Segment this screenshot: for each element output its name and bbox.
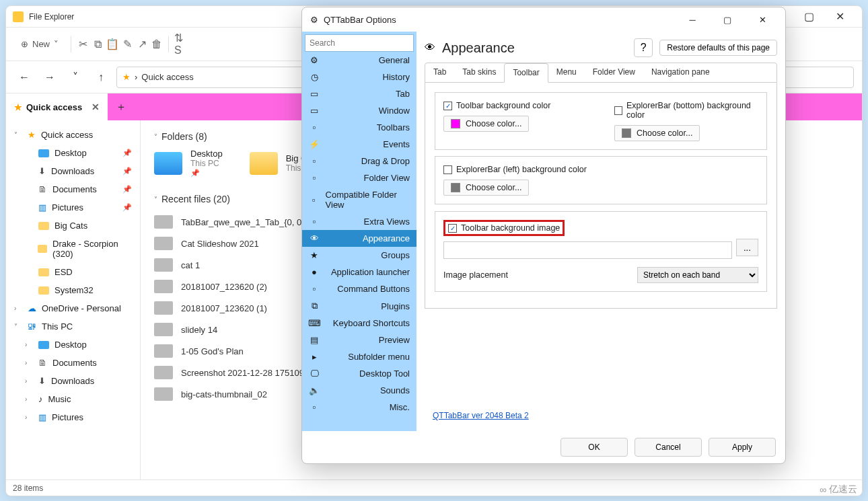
help-button[interactable]: ? [634,38,653,57]
image-placement-select[interactable]: Stretch on each band [637,267,758,283]
appearance-tabs: TabTab skinsToolbarMenuFolder ViewNaviga… [425,63,777,83]
forward-button[interactable]: → [40,67,60,87]
file-thumb [154,258,173,272]
sidebar-item[interactable]: ›🗎Documents [6,354,140,372]
category-item[interactable]: 🔈Sounds [302,382,417,399]
explorerbar-left-checkbox[interactable]: ExplorerBar (left) background color [443,165,758,174]
sidebar-item[interactable]: System32 [6,281,140,299]
rename-icon[interactable]: ✎ [121,38,133,50]
image-path-input[interactable] [443,241,732,259]
appearance-tab[interactable]: Folder View [585,63,643,82]
category-item[interactable]: ◷History [302,69,417,85]
maximize-button[interactable]: ▢ [793,7,824,27]
category-item[interactable]: ▫Compatible Folder View [302,186,417,213]
category-item[interactable]: ▫Misc. [302,399,417,416]
appearance-tab[interactable]: Tab skins [454,63,504,82]
category-item[interactable]: 👁Appearance [302,230,417,247]
grey-swatch [451,183,460,192]
appearance-tab[interactable]: Toolbar [504,63,548,83]
browse-button[interactable]: ... [736,239,758,256]
sidebar-item[interactable]: Desktop📌 [6,144,140,162]
category-item[interactable]: ▫Toolbars [302,119,417,136]
new-button[interactable]: ⊕ New ˅ [14,35,65,53]
category-item[interactable]: ▸Subfolder menu [302,348,417,365]
category-item[interactable]: ▫Extra Views [302,213,417,230]
category-item[interactable]: ▫Drag & Drop [302,153,417,169]
sidebar-item[interactable]: ▥Pictures📌 [6,198,140,217]
choose-color-button-1[interactable]: Choose color... [443,116,529,132]
folder-icon [250,152,278,175]
file-thumb [154,366,173,379]
file-thumb [154,344,173,358]
sidebar-item[interactable]: Drake - Scorpion (320) [6,235,140,263]
category-item[interactable]: ⧉Plugins [302,297,417,315]
category-item[interactable]: ⚡Events [302,136,417,153]
sidebar-item[interactable]: ESD [6,263,140,281]
restore-defaults-button[interactable]: Restore defaults of this page [659,40,777,56]
sidebar-item[interactable]: ˅★Quick access [6,126,140,144]
sidebar-item[interactable]: ›▥Pictures [6,408,140,426]
sidebar-item[interactable]: ⬇Downloads📌 [6,162,140,180]
copy-icon[interactable]: ⧉ [92,38,104,50]
ok-button[interactable]: OK [560,438,628,457]
appearance-tab[interactable]: Tab [425,63,454,82]
share-icon[interactable]: ↗ [136,38,148,50]
sort-icon[interactable]: ⇅ S [174,32,186,56]
status-bar: 28 items [6,479,862,496]
dialog-maximize-button[interactable]: ▢ [713,15,742,25]
file-thumb [154,301,173,315]
choose-color-button-2[interactable]: Choose color... [614,125,700,141]
category-item[interactable]: ▫Command Buttons [302,280,417,297]
tab-close-icon[interactable]: ✕ [92,102,100,112]
star-icon: ★ [122,72,131,82]
category-item[interactable]: ★Groups [302,247,417,264]
cancel-button[interactable]: Cancel [635,438,702,457]
version-link[interactable]: QTTabBar ver 2048 Beta 2 [425,407,777,424]
search-input[interactable] [305,34,414,52]
file-thumb [154,237,173,250]
file-thumb [154,387,173,401]
category-item[interactable]: ▫Folder View [302,169,417,186]
apply-button[interactable]: Apply [709,438,776,457]
sidebar-item[interactable]: ›☁OneDrive - Personal [6,299,140,317]
tab-quick-access[interactable]: ★Quick access✕ [6,93,108,120]
sidebar-item[interactable]: ›♪Music [6,390,140,408]
sidebar-item[interactable]: Big Cats [6,217,140,235]
appearance-tab[interactable]: Menu [548,63,585,82]
grey-swatch [622,128,631,138]
star-icon: ★ [14,102,22,112]
back-button[interactable]: ← [14,67,34,87]
delete-icon[interactable]: 🗑 [151,38,163,50]
new-tab-button[interactable]: ＋ [108,93,135,120]
up-button[interactable]: ↑ [91,67,111,87]
page-heading: Appearance [442,40,627,56]
recent-button[interactable]: ˅ [65,67,85,87]
category-item[interactable]: ▤Preview [302,332,417,348]
choose-color-button-3[interactable]: Choose color... [443,180,529,196]
cut-icon[interactable]: ✂ [77,38,89,50]
toolbar-bgimage-checkbox[interactable]: ✓Toolbar background image [448,223,560,233]
dialog-titlebar: ⚙ QTTabBar Options ─ ▢ ✕ [302,7,785,32]
dialog-minimize-button[interactable]: ─ [678,15,707,25]
options-dialog: ⚙ QTTabBar Options ─ ▢ ✕ ⚙General◷Histor… [301,7,786,464]
category-item[interactable]: ▭Tab [302,85,417,102]
category-item[interactable]: ●Application launcher [302,264,417,280]
dialog-close-button[interactable]: ✕ [748,15,777,25]
folder-card[interactable]: DesktopThis PC📌 [154,149,223,178]
sidebar-item[interactable]: ›⬇Downloads [6,372,140,390]
sidebar-item[interactable]: 🗎Documents📌 [6,180,140,198]
sidebar-item[interactable]: ˅🖳This PC [6,317,140,336]
file-thumb [154,215,173,229]
watermark: ∞ 亿速云 [820,484,857,496]
category-item[interactable]: ▭Window [302,102,417,119]
explorerbar-bottom-checkbox[interactable]: ExplorerBar (bottom) background color [614,101,758,120]
paste-icon[interactable]: 📋 [106,38,118,50]
close-button[interactable]: ✕ [824,7,855,27]
category-item[interactable]: 🖵Desktop Tool [302,365,417,382]
category-item[interactable]: ⚙General [302,52,417,69]
sidebar-item[interactable]: ›Desktop [6,336,140,354]
category-item[interactable]: ⌨Keyboard Shortcuts [302,315,417,332]
highlighted-option: ✓Toolbar background image [443,220,565,236]
toolbar-bgcolor-checkbox[interactable]: ✓Toolbar background color [443,101,587,110]
appearance-tab[interactable]: Navigation pane [643,63,718,82]
